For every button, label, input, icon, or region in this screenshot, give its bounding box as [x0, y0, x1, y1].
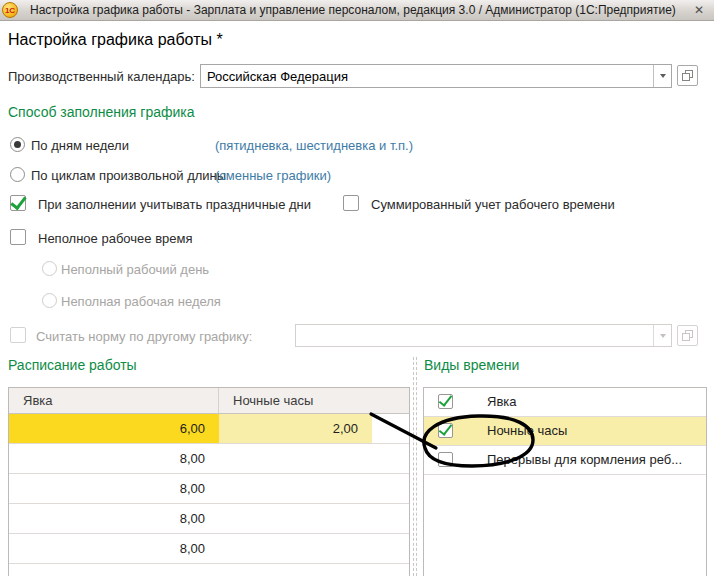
- table-row[interactable]: 8,00: [9, 474, 409, 504]
- radio-by-weekdays-label: По дням недели: [31, 138, 129, 153]
- cell-attendance[interactable]: 8,00: [9, 474, 219, 503]
- page-title: Настройка графика работы *: [8, 31, 223, 49]
- title-bar: 1С Настройка графика работы - Зарплата и…: [0, 0, 714, 21]
- schedule-table: Явка Ночные часы 6,00 2,00 8,00 8,00 8,0…: [8, 387, 410, 576]
- cell-filler: [372, 504, 409, 533]
- column-header-night-hours[interactable]: Ночные часы: [219, 388, 409, 413]
- list-item-label: Ночные часы: [487, 423, 567, 438]
- radio-partial-day: [42, 261, 57, 276]
- schedule-table-header: Явка Ночные часы: [9, 388, 409, 414]
- checkbox-night-hours[interactable]: [438, 423, 453, 438]
- radio-partial-day-label: Неполный рабочий день: [61, 262, 209, 277]
- cell-attendance[interactable]: 8,00: [9, 504, 219, 533]
- radio-by-cycles-label: По циклам произвольной длины: [31, 168, 226, 183]
- app-logo-icon: 1С: [2, 2, 18, 18]
- checkbox-parttime[interactable]: [10, 229, 26, 245]
- cell-filler: [372, 534, 409, 563]
- list-item-label: Явка: [487, 394, 517, 409]
- radio-by-cycles-hint: (сменные графики): [215, 168, 331, 183]
- cell-attendance[interactable]: 8,00: [9, 444, 219, 473]
- radio-by-weekdays[interactable]: [10, 137, 25, 152]
- radio-partial-week-label: Неполная рабочая неделя: [61, 294, 221, 309]
- calendar-value: Российская Федерация: [201, 65, 653, 87]
- time-kinds-list: Явка Ночные часы Перерывы для кормления …: [423, 387, 707, 576]
- cell-filler: [372, 414, 409, 443]
- radio-partial-week: [42, 293, 57, 308]
- section-fill-method: Способ заполнения графика: [8, 104, 195, 120]
- checkbox-other-schedule: [10, 327, 26, 343]
- checkbox-attendance[interactable]: [438, 394, 453, 409]
- app-window: 1С Настройка графика работы - Зарплата и…: [0, 0, 714, 576]
- section-work-schedule: Расписание работы: [8, 357, 137, 373]
- calendar-open-button[interactable]: [677, 65, 698, 86]
- column-header-attendance[interactable]: Явка: [9, 388, 219, 413]
- panel-splitter[interactable]: [413, 357, 417, 576]
- checkbox-summary-accounting[interactable]: [343, 195, 359, 211]
- radio-by-cycles[interactable]: [10, 167, 25, 182]
- cell-night-hours[interactable]: [219, 474, 372, 503]
- checkbox-holidays-label: При заполнении учитывать праздничные дни: [38, 197, 311, 212]
- cell-night-hours[interactable]: 2,00: [219, 414, 372, 443]
- radio-by-weekdays-hint: (пятидневка, шестидневка и т.п.): [215, 138, 413, 153]
- cell-filler: [372, 474, 409, 503]
- section-time-kinds: Виды времени: [424, 357, 519, 373]
- cell-attendance[interactable]: 6,00: [9, 414, 219, 443]
- list-item-feeding-breaks[interactable]: Перерывы для кормления реб...: [424, 446, 706, 475]
- calendar-label: Производственный календарь:: [8, 69, 195, 84]
- cell-night-hours[interactable]: [219, 504, 372, 533]
- table-row[interactable]: 8,00: [9, 444, 409, 474]
- table-row[interactable]: 6,00 2,00: [9, 414, 409, 444]
- app-logo-text: 1С: [5, 6, 15, 15]
- chevron-down-icon: [660, 334, 666, 338]
- window-title: Настройка графика работы - Зарплата и уп…: [30, 3, 676, 17]
- open-icon: [681, 69, 694, 82]
- other-schedule-dropdown-button: [653, 325, 671, 346]
- calendar-input[interactable]: Российская Федерация: [200, 64, 672, 88]
- cell-night-hours[interactable]: [219, 534, 372, 563]
- chevron-down-icon: [660, 74, 666, 78]
- cell-night-hours[interactable]: [219, 444, 372, 473]
- checkbox-feeding-breaks[interactable]: [438, 452, 453, 467]
- table-row[interactable]: 8,00: [9, 534, 409, 564]
- cell-attendance[interactable]: 8,00: [9, 534, 219, 563]
- close-icon[interactable]: ✕: [691, 2, 707, 18]
- cell-filler: [372, 444, 409, 473]
- checkbox-parttime-label: Неполное рабочее время: [38, 231, 192, 246]
- checkbox-other-schedule-label: Считать норму по другому графику:: [36, 329, 252, 344]
- other-schedule-value: [296, 325, 653, 346]
- list-item-attendance[interactable]: Явка: [424, 388, 706, 417]
- other-schedule-input: [295, 324, 672, 347]
- other-schedule-open-button: [677, 325, 698, 346]
- checkbox-summary-accounting-label: Суммированный учет рабочего времени: [371, 197, 615, 212]
- open-icon: [681, 329, 694, 342]
- table-row[interactable]: 8,00: [9, 504, 409, 534]
- list-item-night-hours[interactable]: Ночные часы: [424, 417, 706, 446]
- list-item-label: Перерывы для кормления реб...: [487, 452, 682, 467]
- calendar-dropdown-button[interactable]: [653, 65, 671, 87]
- checkbox-holidays[interactable]: [10, 195, 26, 211]
